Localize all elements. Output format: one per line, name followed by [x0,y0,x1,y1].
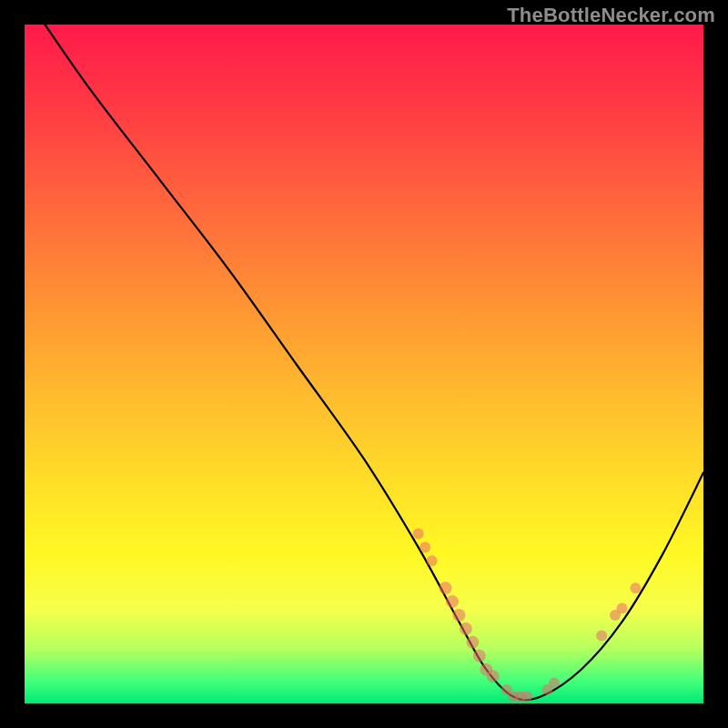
plot-area [25,25,703,703]
bottleneck-curve [45,25,703,700]
data-point [521,692,532,703]
markers-group [413,529,642,703]
data-point [596,630,607,641]
data-point [413,529,424,540]
data-point [549,678,560,689]
chart-overlay [25,25,703,703]
data-point [440,581,452,594]
data-point [452,609,465,622]
data-point [487,670,500,682]
data-point [473,650,486,662]
chart-frame: TheBottleNecker.com [0,0,728,728]
data-point [420,541,430,552]
data-point [630,582,641,593]
data-point [460,622,472,635]
watermark-text: TheBottleNecker.com [507,4,715,27]
data-point [616,603,627,614]
data-point [466,636,479,649]
data-point [427,555,438,566]
data-point [446,595,459,608]
